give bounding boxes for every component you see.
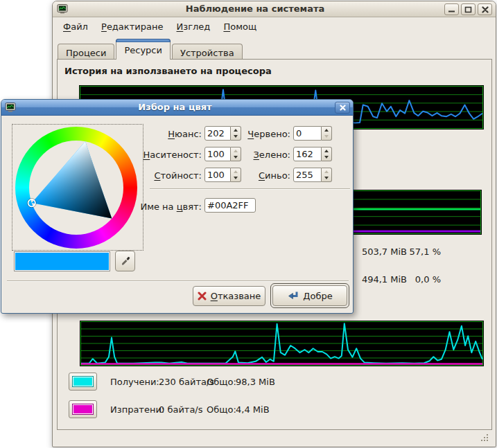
dialog-titlebar[interactable]: Избор на цвят <box>1 100 353 116</box>
received-label: Получени: <box>110 377 159 387</box>
green-label: Зелено: <box>241 150 290 160</box>
green-spin-down[interactable] <box>322 154 331 161</box>
blue-spin-down[interactable] <box>322 174 331 181</box>
red-spinner <box>322 126 332 141</box>
menu-file[interactable]: Файл <box>58 18 93 36</box>
dialog-close-icon <box>340 105 346 111</box>
blue-spinner <box>322 168 332 182</box>
ok-button-label: Добре <box>303 291 332 301</box>
action-separator <box>7 280 349 282</box>
saturation-input[interactable] <box>204 147 231 161</box>
menu-edit[interactable]: Редактиране <box>96 18 168 36</box>
received-color-swatch <box>72 376 94 387</box>
window-title: Наблюдение на системата <box>73 3 437 14</box>
main-titlebar[interactable]: Наблюдение на системата <box>53 1 496 17</box>
cancel-button-label: Отказване <box>211 291 261 301</box>
dialog-app-icon <box>5 102 16 113</box>
dialog-close-button[interactable] <box>335 102 350 114</box>
minimize-button[interactable] <box>444 3 459 15</box>
cancel-button[interactable]: Отказване <box>193 286 265 306</box>
value-label: Стойност: <box>123 170 202 181</box>
sent-color-button[interactable] <box>69 400 97 418</box>
saturation-spin-down[interactable] <box>231 154 241 161</box>
hue-label: Нюанс: <box>123 129 202 139</box>
blue-label: Синьо: <box>241 170 290 181</box>
sent-total-label: Общо: <box>207 404 236 415</box>
system-monitor-app-icon <box>57 3 68 15</box>
sent-label: Изпратени: <box>110 404 164 415</box>
eyedropper-button[interactable] <box>115 251 135 271</box>
saturation-spinner <box>231 147 241 161</box>
tabbar: ПроцесиРесурсиУстройства <box>53 37 496 60</box>
swap-used-percent: 0,0 % <box>385 274 441 285</box>
green-spinner <box>322 147 332 161</box>
menu-help[interactable]: Помощ <box>218 18 261 36</box>
eyedropper-icon <box>120 256 131 267</box>
tab-resources[interactable]: Ресурси <box>116 39 171 60</box>
hue-spin-down[interactable] <box>231 133 241 140</box>
value-input[interactable] <box>204 168 231 182</box>
fields-separator <box>150 188 350 190</box>
received-color-button[interactable] <box>69 373 97 391</box>
color-name-label: Име на цвят: <box>123 201 202 212</box>
color-name-input[interactable] <box>204 198 256 213</box>
received-total: 98,3 MiB <box>236 377 275 387</box>
selected-color-swatch <box>15 253 109 270</box>
color-picker-dialog: Избор на цвят Нюанс: Наситеност: <box>1 99 354 314</box>
ok-button[interactable]: Добре <box>272 285 347 306</box>
selected-color-frame <box>14 251 110 271</box>
red-input[interactable] <box>293 126 322 141</box>
memory-used-percent: 57,1 % <box>385 247 441 257</box>
hue-input[interactable] <box>204 126 231 141</box>
menu-view[interactable]: Изглед <box>172 18 216 36</box>
maximize-button[interactable] <box>461 3 476 15</box>
maximize-icon <box>464 6 472 13</box>
value-spin-down[interactable] <box>231 174 241 181</box>
cancel-x-icon <box>198 292 207 301</box>
sent-rate: 0 байта/s <box>159 404 203 415</box>
value-spinner <box>231 168 241 182</box>
close-button[interactable] <box>478 3 492 15</box>
sent-total: 4,4 MiB <box>236 404 270 415</box>
hue-spinner <box>231 126 241 141</box>
close-icon <box>482 6 489 13</box>
blue-input[interactable] <box>293 168 322 182</box>
resize-grip[interactable] <box>480 433 489 442</box>
sent-color-swatch <box>72 404 94 415</box>
cpu-section-title: История на използването на процесора <box>64 66 272 76</box>
dialog-title: Избор на цвят <box>21 102 329 112</box>
received-total-label: Общо: <box>207 377 236 387</box>
statusbar <box>54 431 495 447</box>
saturation-label: Наситеност: <box>123 150 202 160</box>
ok-return-icon <box>287 291 299 301</box>
green-input[interactable] <box>293 147 322 161</box>
minimize-icon <box>448 6 455 12</box>
saturation-value-triangle[interactable] <box>15 127 137 249</box>
menubar: Файл Редактиране Изглед Помощ <box>53 18 496 36</box>
red-spin-down[interactable] <box>322 133 331 140</box>
ok-button-focus-ring: Добре <box>270 283 349 308</box>
red-label: Червено: <box>241 129 290 139</box>
network-history-chart <box>80 321 484 366</box>
